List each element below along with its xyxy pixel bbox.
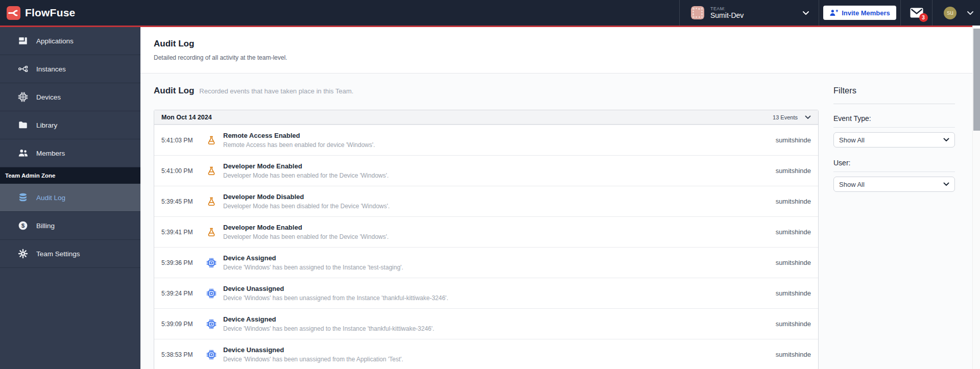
event-description: Developer Mode has been enabled for the … — [223, 233, 776, 240]
devices-icon — [18, 92, 28, 102]
event-time: 5:41:00 PM — [161, 167, 203, 175]
beaker-icon — [206, 135, 217, 145]
chip-icon — [206, 258, 217, 268]
event-type-select[interactable]: Show All — [833, 132, 955, 147]
chevron-down-icon — [943, 182, 949, 186]
sidebar-item-audit-log[interactable]: Audit Log — [0, 184, 140, 212]
event-user: sumitshinde — [776, 320, 811, 328]
library-icon — [18, 120, 28, 130]
event-user: sumitshinde — [776, 259, 811, 266]
chip-icon — [206, 319, 217, 329]
user-menu[interactable]: su — [932, 0, 980, 26]
invite-members-label: Invite Members — [842, 9, 890, 17]
event-title: Remote Access Enabled — [223, 132, 776, 139]
event-description: Device 'Windows' has been unassigned fro… — [223, 356, 776, 363]
event-time: 5:39:41 PM — [161, 229, 203, 236]
event-time: 5:39:24 PM — [161, 290, 203, 297]
event-user: sumitshinde — [776, 198, 811, 205]
event-time: 5:39:36 PM — [161, 259, 203, 266]
section-description: Recorded events that have taken place in… — [199, 87, 353, 95]
event-time: 5:41:03 PM — [161, 137, 203, 144]
sidebar: Applications Instances Devi — [0, 27, 140, 369]
event-description: Device 'Windows' has been assigned to th… — [223, 264, 776, 271]
team-name: Sumit-Dev — [710, 11, 744, 19]
table-row: 5:39:09 PM Device Assigned Device 'Windo… — [154, 308, 818, 339]
user-avatar: su — [944, 7, 957, 19]
top-navbar: FlowFuse TEAM: — [0, 0, 980, 26]
applications-icon — [18, 36, 28, 46]
accent-divider — [0, 26, 972, 27]
chevron-down-icon — [943, 138, 949, 142]
event-title: Developer Mode Enabled — [223, 224, 776, 231]
sidebar-item-applications[interactable]: Applications — [0, 27, 140, 55]
event-title: Device Assigned — [223, 315, 776, 323]
event-description: Device 'Windows' has been assigned to th… — [223, 325, 776, 332]
database-icon — [18, 192, 28, 203]
flowfuse-app: FlowFuse TEAM: — [0, 0, 980, 369]
invite-members-button[interactable]: Invite Members — [823, 6, 896, 20]
user-filter-label: User: — [833, 159, 955, 172]
table-row: 5:39:45 PM Developer Mode Disabled Devel… — [154, 186, 818, 216]
svg-text:$: $ — [21, 222, 25, 229]
event-title: Device Unassigned — [223, 285, 776, 292]
divider — [833, 104, 955, 104]
notifications-button[interactable]: 3 — [900, 0, 932, 26]
instances-icon — [18, 64, 28, 74]
chip-icon — [206, 350, 217, 360]
user-filter-value: Show All — [839, 181, 865, 188]
vertical-scrollbar[interactable] — [972, 22, 980, 369]
event-time: 5:39:09 PM — [161, 321, 203, 328]
page-title: Audit Log — [154, 39, 972, 49]
flowfuse-logo-icon — [7, 6, 20, 20]
date-label: Mon Oct 14 2024 — [161, 114, 212, 121]
event-user: sumitshinde — [776, 289, 811, 297]
event-user: sumitshinde — [776, 351, 811, 358]
user-plus-icon — [829, 9, 838, 17]
table-row: 5:41:00 PM Developer Mode Enabled Develo… — [154, 155, 818, 186]
notification-badge: 3 — [919, 13, 928, 22]
table-row: 5:39:41 PM Developer Mode Enabled Develo… — [154, 216, 818, 247]
chevron-down-icon[interactable] — [802, 11, 809, 15]
chevron-down-icon[interactable] — [967, 11, 974, 15]
section-title: Audit Log — [154, 86, 194, 96]
sidebar-item-members[interactable]: Members — [0, 139, 140, 167]
beaker-icon — [206, 196, 217, 207]
event-description: Device 'Windows' has been unassigned fro… — [223, 294, 776, 302]
event-time: 5:38:53 PM — [161, 351, 203, 358]
event-title: Developer Mode Disabled — [223, 193, 776, 201]
page-header: Audit Log Detailed recording of all acti… — [140, 27, 972, 73]
event-user: sumitshinde — [776, 136, 811, 144]
chevron-down-icon[interactable] — [805, 115, 811, 119]
team-admin-zone-header: Team Admin Zone — [0, 167, 140, 184]
page-subtitle: Detailed recording of all activity at th… — [154, 54, 972, 61]
section-header: Audit Log Recorded events that have take… — [154, 86, 819, 96]
event-time: 5:39:45 PM — [161, 198, 203, 205]
event-description: Developer Mode has been disabled for the… — [223, 203, 776, 210]
event-type-label: Event Type: — [833, 114, 955, 128]
table-row: 5:39:36 PM Device Assigned Device 'Windo… — [154, 247, 818, 278]
sidebar-item-team-settings[interactable]: Team Settings — [0, 240, 140, 268]
members-icon — [18, 148, 28, 158]
date-group-header[interactable]: Mon Oct 14 2024 13 Events — [154, 110, 818, 125]
sidebar-item-instances[interactable]: Instances — [0, 55, 140, 83]
brand-name: FlowFuse — [25, 7, 75, 19]
filters-panel: Filters Event Type: Show All User: Show … — [833, 86, 955, 203]
beaker-icon — [206, 166, 217, 176]
brand[interactable]: FlowFuse — [0, 6, 75, 20]
beaker-icon — [206, 227, 217, 237]
sidebar-item-billing[interactable]: $ Billing — [0, 212, 140, 240]
events-count: 13 Events — [773, 114, 798, 120]
event-user: sumitshinde — [776, 167, 811, 175]
user-filter-select[interactable]: Show All — [833, 177, 955, 192]
sidebar-item-devices[interactable]: Devices — [0, 83, 140, 111]
gear-icon — [18, 249, 28, 259]
audit-log-table: Mon Oct 14 2024 13 Events 5:41:03 PM — [154, 110, 819, 369]
main-content: Audit Log Detailed recording of all acti… — [140, 27, 972, 369]
sidebar-item-library[interactable]: Library — [0, 111, 140, 139]
dollar-icon: $ — [18, 220, 28, 231]
event-type-value: Show All — [839, 136, 865, 144]
team-label: TEAM: — [710, 6, 744, 11]
event-title: Developer Mode Enabled — [223, 162, 776, 170]
team-selector[interactable]: TEAM: Sumit-Dev — [679, 0, 819, 26]
scrollbar-thumb[interactable] — [973, 29, 980, 131]
